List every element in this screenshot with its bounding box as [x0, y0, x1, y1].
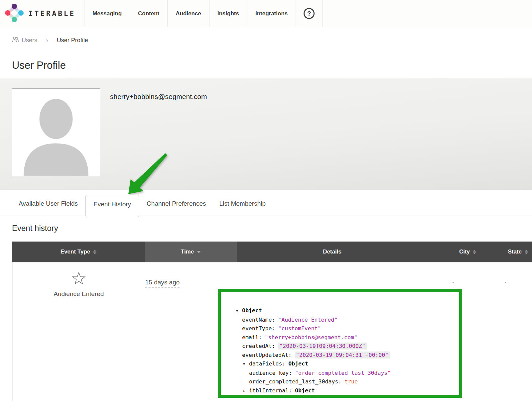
- users-icon: [12, 37, 19, 44]
- json-line-eventupdatedat: eventUpdatedAt:"2020-03-19 09:04:31 +00:…: [236, 351, 457, 360]
- profile-email: sherry+bobbins@segment.com: [110, 93, 207, 190]
- sort-desc-icon: [197, 251, 201, 253]
- sort-icon: [525, 250, 528, 254]
- column-header-event-type[interactable]: Event Type: [12, 242, 145, 262]
- table-header: Event Type Time Details City State: [12, 242, 532, 262]
- breadcrumb: Users › User Profile: [12, 36, 532, 45]
- json-line-itblinternal: ▶itblInternal:Object: [236, 386, 457, 396]
- breadcrumb-users-label: Users: [22, 37, 37, 44]
- json-line-eventname: eventName:"Audience Entered": [236, 316, 457, 325]
- event-type-cell: Audience Entered: [12, 262, 145, 401]
- column-header-city[interactable]: City: [428, 242, 479, 262]
- star-icon: [72, 271, 85, 286]
- iterable-brand[interactable]: ITERABLE: [0, 0, 84, 27]
- json-line-createdat: createdAt:"2020-03-19T09:04:30.000Z": [236, 342, 457, 351]
- question-mark-icon: ?: [304, 8, 315, 19]
- json-line-audience-key: audience_key:"order_completed_last_30day…: [236, 369, 457, 378]
- breadcrumb-current: User Profile: [57, 37, 88, 44]
- json-line-email: email:"sherry+bobbins@segment.com": [236, 333, 457, 342]
- page-title: User Profile: [12, 59, 532, 72]
- nav-item-audience[interactable]: Audience: [167, 0, 209, 27]
- json-line-datafields: ▼dataFields:Object: [236, 359, 457, 369]
- expand-triangle-icon[interactable]: ▼: [243, 360, 249, 369]
- tab-available-user-fields[interactable]: Available User Fields: [12, 200, 84, 216]
- breadcrumb-separator-icon: ›: [42, 37, 52, 44]
- json-line-eventtype: eventType:"customEvent": [236, 324, 457, 333]
- top-nav: ITERABLE Messaging Content Audience Insi…: [0, 0, 532, 27]
- brand-name: ITERABLE: [29, 10, 75, 18]
- nav-item-insights[interactable]: Insights: [209, 0, 247, 27]
- help-button[interactable]: ?: [296, 0, 323, 27]
- column-header-time[interactable]: Time: [145, 242, 237, 262]
- state-cell: -: [479, 262, 532, 401]
- expand-triangle-icon[interactable]: ▼: [236, 307, 242, 316]
- event-type-label: Audience Entered: [54, 290, 104, 298]
- event-details-json-panel: ▼Object eventName:"Audience Entered" eve…: [218, 289, 462, 398]
- event-history-heading: Event history: [12, 223, 532, 233]
- relative-time-tooltip[interactable]: 15 days ago: [145, 279, 180, 288]
- iterable-logo-icon: [5, 3, 24, 24]
- breadcrumb-users-link[interactable]: Users: [12, 37, 37, 44]
- sort-icon: [93, 250, 96, 254]
- avatar: [12, 88, 100, 176]
- json-line-object: ▼Object: [236, 306, 457, 316]
- collapsed-triangle-icon[interactable]: ▶: [243, 387, 249, 396]
- profile-hero: sherry+bobbins@segment.com: [0, 78, 532, 190]
- json-line-order-completed: order_completed_last_30days:true: [236, 377, 457, 386]
- nav-item-messaging[interactable]: Messaging: [84, 0, 130, 27]
- tab-list-membership[interactable]: List Membership: [213, 200, 272, 216]
- tab-event-history[interactable]: Event History: [85, 195, 139, 218]
- tab-channel-preferences[interactable]: Channel Preferences: [140, 200, 213, 216]
- nav-item-content[interactable]: Content: [130, 0, 167, 27]
- sort-icon: [473, 250, 476, 254]
- nav-item-integrations[interactable]: Integrations: [247, 0, 296, 27]
- profile-tabs: Available User Fields Event History Chan…: [0, 190, 532, 216]
- column-header-state[interactable]: State: [479, 242, 532, 262]
- column-header-details: Details: [237, 242, 428, 262]
